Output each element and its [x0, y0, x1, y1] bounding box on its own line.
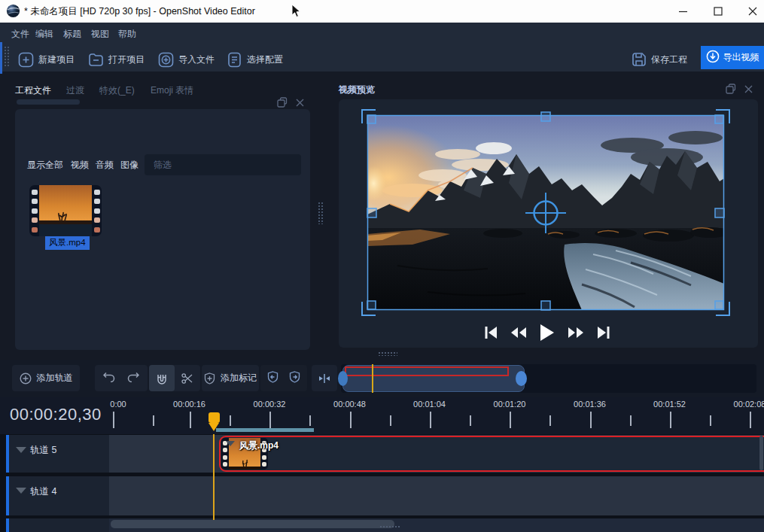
snap-toggle-button[interactable] — [149, 365, 175, 391]
timeline-ruler[interactable]: 00:00:20,30 0:00 00:00:16 00:00:32 00:00… — [0, 397, 764, 434]
undo-button[interactable] — [103, 372, 115, 385]
next-marker-button[interactable] — [289, 371, 300, 385]
track-5-header[interactable] — [6, 435, 109, 473]
add-marker-button[interactable]: 添加标记 — [202, 365, 259, 391]
filter-audio[interactable]: 音频 — [96, 159, 114, 172]
timeline-zoom-slider[interactable] — [341, 364, 756, 393]
fast-forward-button[interactable] — [568, 327, 584, 339]
timeline-toolbar: 添加轨道 添加标记 — [0, 360, 764, 397]
menu-title[interactable]: 标题 — [63, 28, 81, 41]
filter-video[interactable]: 视频 — [71, 159, 89, 172]
track-5-chevron-icon[interactable] — [15, 446, 27, 454]
ruler-tick-minor — [230, 415, 231, 426]
open-project-button[interactable]: 打开项目 — [88, 48, 145, 71]
track-5-name: 轨道 5 — [30, 444, 56, 457]
jump-start-button[interactable] — [485, 326, 498, 339]
menu-file[interactable]: 文件 — [11, 28, 29, 41]
choose-profile-button[interactable]: 选择配置 — [227, 48, 283, 71]
import-files-label: 导入文件 — [178, 53, 215, 66]
project-file-name[interactable]: 风景.mp4 — [45, 236, 90, 250]
maximize-button[interactable] — [701, 0, 735, 22]
window-title: * 未命名项目 [HD 720p 30 fps] - OpenShot Vide… — [24, 5, 255, 18]
ruler-ticks — [0, 397, 764, 434]
video-preview-frame[interactable] — [367, 115, 724, 310]
panel-splitter-handle[interactable] — [318, 202, 323, 224]
ruler-tick-major — [590, 412, 592, 428]
import-files-icon — [158, 52, 174, 68]
filter-image[interactable]: 图像 — [120, 159, 138, 172]
timeline-v-scrollbar[interactable] — [759, 436, 763, 470]
new-project-button[interactable]: 新建项目 — [18, 48, 75, 71]
open-project-label: 打开项目 — [108, 53, 145, 66]
zoom-slider-playhead-line — [372, 364, 373, 393]
preview-float-icon[interactable] — [726, 84, 736, 97]
tab-transitions[interactable]: 过渡 — [66, 84, 84, 97]
track-4-chevron-icon[interactable] — [15, 487, 27, 494]
filter-show-all[interactable]: 显示全部 — [27, 159, 63, 172]
preview-resize-handle[interactable] — [378, 351, 397, 356]
header-bar: 文件 编辑 标题 视图 帮助 新建项目 打开项目 导入文件 — [0, 23, 764, 71]
choose-profile-icon — [227, 52, 242, 68]
visible-range-indicator — [216, 428, 314, 432]
marker-nav-group — [260, 365, 307, 391]
jump-end-button[interactable] — [597, 326, 610, 339]
origin-crosshair-icon[interactable] — [525, 193, 566, 233]
razor-tool-button[interactable] — [175, 365, 200, 391]
clip-menu-chevron-icon[interactable] — [225, 440, 236, 447]
timeline-h-scrollbar[interactable] — [111, 520, 394, 528]
track-4-lane[interactable] — [109, 476, 764, 515]
clip-transform-overlay[interactable] — [367, 115, 724, 310]
tab-scroll-indicator[interactable] — [17, 99, 80, 105]
track-3-header[interactable] — [6, 518, 109, 532]
close-button[interactable] — [735, 0, 764, 22]
tab-project-files[interactable]: 工程文件 — [15, 84, 51, 97]
dock-edge-accent — [0, 42, 2, 74]
track-3-accent — [6, 518, 9, 532]
tab-emoji[interactable]: Emoji 表情 — [151, 84, 193, 97]
export-video-icon — [706, 50, 720, 65]
track-4-name: 轨道 4 — [30, 485, 56, 498]
previous-marker-button[interactable] — [267, 371, 279, 385]
playhead-marker[interactable] — [209, 412, 220, 431]
timeline-resize-handle[interactable] — [379, 525, 400, 529]
clip-fengjing[interactable]: 风景.mp4 — [219, 436, 764, 472]
track-5-accent — [6, 435, 9, 473]
menu-edit[interactable]: 编辑 — [35, 28, 53, 41]
menu-view[interactable]: 视图 — [91, 28, 109, 41]
play-button[interactable] — [540, 324, 555, 342]
rewind-button[interactable] — [510, 327, 527, 339]
ruler-tick-minor — [630, 415, 632, 426]
ruler-tick-major — [350, 412, 352, 428]
center-playhead-button[interactable] — [312, 365, 337, 391]
filter-input[interactable] — [145, 154, 301, 175]
app-logo-icon — [6, 4, 20, 21]
preview-panel-title: 视频预览 — [339, 84, 375, 96]
zoom-slider-right-handle[interactable] — [516, 371, 527, 386]
ruler-tick-minor — [153, 415, 154, 426]
new-project-icon — [18, 52, 34, 68]
add-track-button[interactable]: 添加轨道 — [12, 365, 80, 391]
import-files-button[interactable]: 导入文件 — [158, 48, 215, 71]
project-files-panel: 工程文件 过渡 特效(_E) Emoji 表情 显示全部 视频 音频 图像 — [5, 71, 327, 360]
save-icon — [632, 52, 647, 67]
redo-button[interactable] — [127, 372, 139, 385]
save-project-button[interactable]: 保存工程 — [632, 48, 687, 71]
ruler-tick-major — [190, 412, 191, 428]
ruler-tick-major — [269, 412, 271, 428]
zoom-slider-left-handle[interactable] — [338, 371, 348, 386]
undo-redo-group — [95, 365, 148, 391]
export-video-button[interactable]: 导出视频 — [701, 46, 764, 69]
file-thumb-image — [39, 185, 92, 236]
track-4-header[interactable] — [6, 476, 109, 515]
track-5-lane[interactable]: 风景.mp4 — [109, 435, 764, 473]
playhead-line — [213, 434, 215, 520]
menu-help[interactable]: 帮助 — [118, 28, 136, 41]
toolbar-drag-handle[interactable] — [4, 46, 11, 67]
tab-effects[interactable]: 特效(_E) — [99, 84, 135, 97]
add-track-icon — [20, 372, 32, 385]
ruler-tick-minor — [309, 415, 311, 426]
ruler-tick-major — [750, 412, 751, 428]
minimize-button[interactable] — [666, 0, 700, 22]
project-file-thumbnail[interactable] — [29, 185, 102, 236]
preview-close-icon[interactable] — [744, 84, 753, 97]
